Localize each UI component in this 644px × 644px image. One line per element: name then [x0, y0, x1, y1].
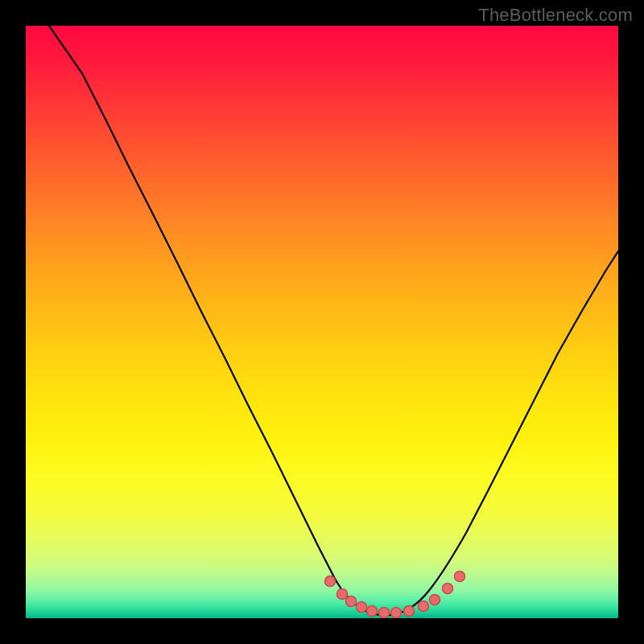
marker-dot: [419, 601, 429, 612]
marker-dot: [346, 597, 357, 607]
marker-dot: [337, 589, 348, 600]
marker-dot: [357, 602, 367, 613]
marker-dot: [367, 606, 378, 617]
curve-markers: [325, 572, 465, 618]
chart-stage: TheBottleneck.com: [0, 0, 644, 644]
marker-dot: [379, 608, 390, 618]
marker-dot: [325, 576, 336, 587]
watermark-text: TheBottleneck.com: [478, 5, 633, 26]
curve-layer: [26, 26, 618, 618]
marker-dot: [455, 572, 465, 582]
marker-dot: [430, 595, 440, 605]
plot-area: [26, 26, 618, 618]
bottleneck-curve: [49, 26, 618, 615]
marker-dot: [391, 608, 402, 618]
marker-dot: [404, 606, 415, 617]
marker-dot: [443, 584, 453, 594]
